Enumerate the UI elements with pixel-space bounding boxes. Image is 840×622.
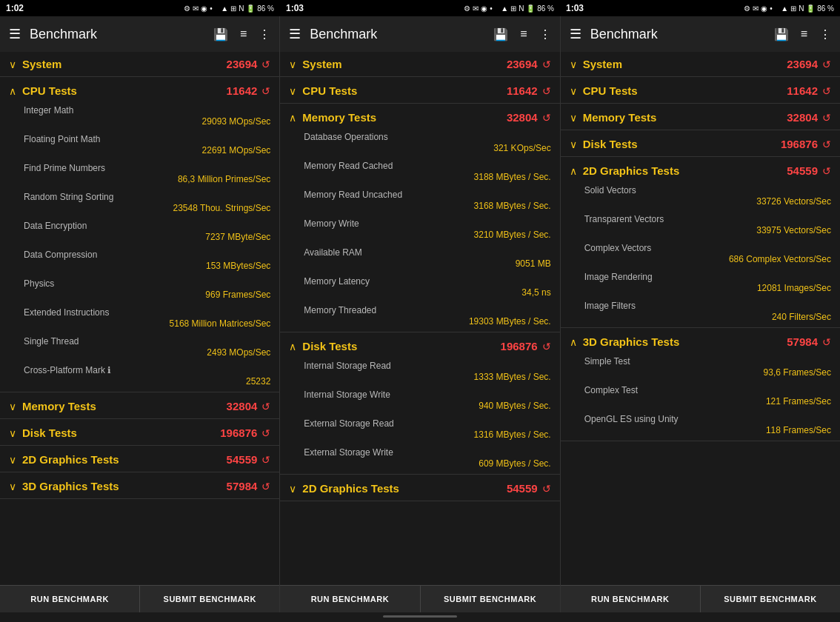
- section-name-3-6: 3D Graphics Tests: [583, 335, 787, 348]
- test-item-2-3-5: Available RAM 9051 MB: [280, 244, 559, 272]
- test-item-2-3-7: Memory Threaded 19303 MBytes / Sec.: [280, 301, 559, 330]
- section-header-1-3[interactable]: ∨ Memory Tests 32804 ↺: [0, 394, 279, 417]
- btn-run-benchmark-1[interactable]: RUN BENCHMARK: [0, 585, 140, 612]
- divider-1-4: [0, 445, 279, 446]
- section-name-2-3: Memory Tests: [302, 111, 507, 124]
- list-icon-2[interactable]: ≡: [520, 27, 527, 41]
- section-score-1-3: 32804: [227, 400, 258, 412]
- divider-2-1: [280, 76, 559, 77]
- save-icon-2[interactable]: 💾: [493, 27, 508, 41]
- divider-3-5: [561, 327, 840, 328]
- save-icon-3[interactable]: 💾: [774, 27, 789, 41]
- dot-icon: •: [770, 4, 773, 13]
- test-value-2-3-5: 9051 MB: [304, 258, 550, 269]
- section-header-1-2[interactable]: ∧ CPU Tests 11642 ↺: [0, 78, 279, 101]
- section-name-3-2: CPU Tests: [583, 84, 787, 97]
- section-header-1-1[interactable]: ∨ System 23694 ↺: [0, 52, 279, 75]
- section-header-1-5[interactable]: ∨ 2D Graphics Tests 54559 ↺: [0, 447, 279, 470]
- save-icon-1[interactable]: 💾: [213, 27, 228, 41]
- refresh-icon-1-1[interactable]: ↺: [261, 58, 270, 70]
- refresh-icon-3-3[interactable]: ↺: [822, 112, 831, 124]
- section-header-2-5[interactable]: ∨ 2D Graphics Tests 54559 ↺: [280, 476, 559, 499]
- refresh-icon-1-2[interactable]: ↺: [261, 85, 270, 97]
- refresh-icon-2-4[interactable]: ↺: [542, 341, 551, 352]
- section-header-2-4[interactable]: ∧ Disk Tests 196876 ↺: [280, 334, 559, 357]
- status-time-1: 1:02: [6, 3, 24, 13]
- more-icon-1[interactable]: ⋮: [259, 27, 270, 41]
- btn-submit-benchmark-1[interactable]: SUBMIT BENCHMARK: [140, 585, 279, 612]
- section-score-3-1: 23694: [787, 58, 818, 70]
- menu-icon-1[interactable]: ☰: [9, 26, 21, 42]
- panel-content-1: ∨ System 23694 ↺ ∧ CPU Tests 11642 ↺ Int…: [0, 52, 279, 585]
- test-item-1-2-2: Floating Point Math 22691 MOps/Sec: [0, 130, 279, 159]
- section-score-3-3: 32804: [787, 111, 818, 124]
- test-item-3-5-1: Solid Vectors 33726 Vectors/Sec: [561, 181, 840, 210]
- list-icon-1[interactable]: ≡: [240, 27, 247, 41]
- test-name-2-3-6: Memory Latency: [304, 276, 370, 287]
- section-header-2-3[interactable]: ∧ Memory Tests 32804 ↺: [280, 105, 559, 128]
- menu-icon-2[interactable]: ☰: [289, 26, 301, 42]
- test-name-2-3-3: Memory Read Uncached: [304, 190, 402, 200]
- test-value-3-5-4: 12081 Images/Sec: [584, 283, 831, 293]
- chevron-icon-2-5: ∨: [289, 483, 296, 495]
- refresh-icon-1-5[interactable]: ↺: [261, 454, 270, 466]
- refresh-icon-3-2[interactable]: ↺: [822, 85, 831, 97]
- refresh-icon-1-6[interactable]: ↺: [261, 481, 270, 492]
- refresh-icon-1-3[interactable]: ↺: [261, 401, 270, 412]
- chevron-icon-1-5: ∨: [9, 454, 16, 466]
- btn-run-benchmark-3[interactable]: RUN BENCHMARK: [561, 585, 701, 612]
- section-header-3-3[interactable]: ∨ Memory Tests 32804 ↺: [561, 105, 840, 128]
- divider-1-5: [0, 472, 279, 472]
- btn-submit-benchmark-2[interactable]: SUBMIT BENCHMARK: [421, 585, 560, 612]
- bottom-buttons-row: RUN BENCHMARKSUBMIT BENCHMARKRUN BENCHMA…: [0, 585, 840, 612]
- section-header-1-6[interactable]: ∨ 3D Graphics Tests 57984 ↺: [0, 474, 279, 497]
- refresh-icon-3-5[interactable]: ↺: [822, 165, 831, 177]
- section-header-3-5[interactable]: ∧ 2D Graphics Tests 54559 ↺: [561, 158, 840, 181]
- test-value-3-6-3: 118 Frames/Sec: [584, 425, 831, 435]
- refresh-icon-3-6[interactable]: ↺: [822, 336, 831, 348]
- btn-run-benchmark-2[interactable]: RUN BENCHMARK: [280, 585, 420, 612]
- chevron-icon-2-4: ∧: [289, 341, 296, 352]
- refresh-icon-2-5[interactable]: ↺: [542, 483, 551, 495]
- test-value-3-5-3: 686 Complex Vectors/Sec: [584, 254, 831, 264]
- refresh-icon-1-4[interactable]: ↺: [261, 427, 270, 439]
- test-name-3-5-2: Transparent Vectors: [584, 214, 664, 224]
- nfc-icon: N: [799, 4, 804, 13]
- section-header-2-2[interactable]: ∨ CPU Tests 11642 ↺: [280, 78, 559, 101]
- test-name-3-5-4: Image Rendering: [584, 272, 653, 282]
- section-header-3-1[interactable]: ∨ System 23694 ↺: [561, 52, 840, 75]
- btn-submit-benchmark-3[interactable]: SUBMIT BENCHMARK: [701, 585, 840, 612]
- section-score-1-4: 196876: [220, 427, 257, 439]
- list-icon-3[interactable]: ≡: [801, 27, 807, 41]
- section-header-3-2[interactable]: ∨ CPU Tests 11642 ↺: [561, 78, 840, 101]
- more-icon-3[interactable]: ⋮: [819, 27, 831, 41]
- section-header-3-4[interactable]: ∨ Disk Tests 196876 ↺: [561, 132, 840, 155]
- test-item-3-5-2: Transparent Vectors 33975 Vectors/Sec: [561, 210, 840, 239]
- refresh-icon-2-3[interactable]: ↺: [542, 112, 551, 124]
- status-icons-1: ⚙ ✉ ◉ • ▲ ⊞ N 🔋 86 %: [184, 4, 274, 13]
- status-bar-3: 1:03 ⚙ ✉ ◉ • ▲ ⊞ N 🔋 86 %: [560, 0, 840, 16]
- refresh-icon-3-1[interactable]: ↺: [822, 58, 831, 70]
- test-value-2-3-4: 3210 MBytes / Sec.: [304, 230, 550, 240]
- test-value-1-2-4: 23548 Thou. Strings/Sec: [24, 203, 270, 213]
- section-header-3-6[interactable]: ∧ 3D Graphics Tests 57984 ↺: [561, 330, 840, 352]
- refresh-icon-3-4[interactable]: ↺: [822, 138, 831, 150]
- bottom-btns-1: RUN BENCHMARKSUBMIT BENCHMARK: [0, 585, 280, 612]
- test-value-1-2-10: 25232: [24, 376, 270, 387]
- section-header-2-1[interactable]: ∨ System 23694 ↺: [280, 52, 559, 75]
- dot-icon: •: [490, 4, 493, 13]
- test-item-1-2-3: Find Prime Numbers 86,3 Million Primes/S…: [0, 159, 279, 188]
- refresh-icon-2-2[interactable]: ↺: [542, 85, 551, 97]
- test-value-1-2-6: 153 MBytes/Sec: [24, 261, 270, 271]
- test-item-1-2-10: Cross-Platform Mark ℹ 25232: [0, 361, 279, 390]
- section-header-1-4[interactable]: ∨ Disk Tests 196876 ↺: [0, 421, 279, 444]
- refresh-icon-2-1[interactable]: ↺: [542, 58, 551, 70]
- test-name-2-4-4: External Storage Write: [304, 447, 393, 458]
- chevron-icon-3-4: ∨: [570, 138, 577, 150]
- test-item-3-6-2: Complex Test 121 Frames/Sec: [561, 381, 840, 410]
- chevron-icon-3-1: ∨: [570, 58, 577, 70]
- section-score-2-3: 32804: [507, 111, 538, 124]
- menu-icon-3[interactable]: ☰: [570, 26, 581, 42]
- more-icon-2[interactable]: ⋮: [539, 27, 551, 41]
- action-icons-1: 💾 ≡ ⋮: [213, 27, 270, 41]
